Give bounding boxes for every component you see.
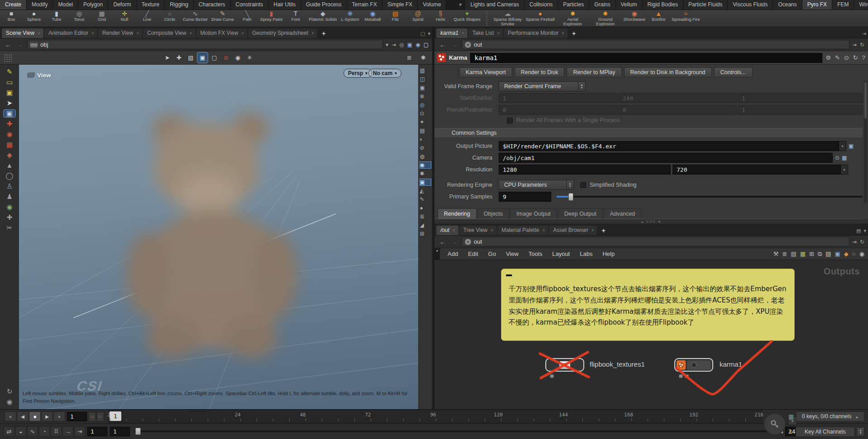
shelf-tool[interactable]: ✛ Null — [113, 10, 136, 27]
node-label[interactable]: karma1 — [720, 360, 742, 368]
menu-tab[interactable]: Terrain FX — [347, 0, 382, 9]
camera-menu-button[interactable]: Persp — [343, 69, 372, 78]
display-icon[interactable]: ▢ — [424, 42, 429, 48]
viewport-tool-icon[interactable]: ▣ — [197, 52, 208, 63]
viewport-side-tool-icon[interactable]: ✚ — [4, 120, 15, 127]
shelf-tool[interactable]: ◎ Torus — [68, 10, 91, 27]
network-toolbar-icon[interactable]: ▦ — [800, 250, 806, 257]
camera-field[interactable]: /obj/cam1 — [499, 153, 833, 163]
close-icon[interactable] — [453, 228, 455, 233]
transport-button[interactable]: « — [5, 411, 16, 421]
range-start-field[interactable]: 1 — [110, 427, 130, 436]
viewport-display-icon[interactable]: ▨ — [420, 67, 431, 74]
horizontal-splitter[interactable]: ▲ ⠿⠿⠿ ▼ — [434, 219, 868, 224]
valid-frame-range-dropdown[interactable]: Render Current Frame — [499, 81, 578, 91]
viewport-side-tool-icon[interactable]: ♟ — [4, 193, 15, 200]
viewport-display-icon[interactable]: ◍ — [420, 153, 431, 160]
shelf-tool[interactable]: ◉ Metaball — [362, 10, 384, 27]
network-menu-item[interactable]: Layout — [547, 249, 575, 259]
header-icon[interactable]: ⊙ — [844, 54, 849, 61]
add-shelf-tab-button[interactable] — [446, 0, 455, 9]
rendering-engine-dropdown[interactable]: CPU Parameters — [499, 180, 567, 190]
menu-tab[interactable]: Deform — [108, 0, 136, 9]
playback-options-icon[interactable]: ⇥ — [74, 426, 85, 436]
menu-tab[interactable]: Modify — [27, 0, 53, 9]
back-icon[interactable] — [438, 238, 447, 245]
close-icon[interactable] — [591, 228, 594, 233]
spinner-icon[interactable] — [567, 180, 574, 190]
geometry-icon[interactable]: ▣ — [407, 42, 412, 48]
shelf-tool[interactable]: ╱ Line — [136, 10, 158, 27]
pane-tab[interactable]: karma1 — [436, 28, 467, 38]
network-toolbar-icon[interactable]: ▣ — [835, 250, 840, 257]
menu-tab[interactable]: Vellum — [616, 0, 643, 9]
network-editor[interactable]: Outputs ▬ 千万别使用flipbook_textures这个节点去输出烟… — [434, 260, 868, 409]
network-toolbar-icon[interactable]: ◉ — [859, 250, 864, 257]
frame-step-button[interactable]: ◁ — [88, 412, 96, 421]
add-pane-tab-button[interactable] — [598, 226, 609, 235]
pane-tab[interactable]: Performance Monitor — [504, 28, 568, 38]
transport-button[interactable]: ■ — [29, 411, 41, 421]
close-icon[interactable] — [38, 31, 40, 36]
network-toolbar-icon[interactable]: ⧉ — [818, 250, 822, 258]
parameter-tab[interactable]: Rendering — [438, 208, 477, 219]
pane-tab[interactable]: /out — [436, 226, 458, 235]
menu-scroll-icon[interactable] — [434, 248, 440, 260]
viewport-side-tool-icon[interactable]: ▣ — [4, 89, 15, 96]
menu-tab[interactable]: Particle Fluids — [683, 0, 728, 9]
viewport-display-icon[interactable]: ✦ — [420, 119, 431, 125]
end-field[interactable]: 240 — [619, 93, 737, 103]
shelf-tool[interactable]: ☁ Sparse Billowy Smoke — [491, 10, 524, 27]
pin-icon[interactable]: ⇥ — [852, 42, 857, 48]
render-button[interactable]: Render to Disk — [515, 67, 565, 77]
file-chooser-icon[interactable]: ▣ — [849, 143, 854, 149]
viewport-tool-icon[interactable]: ▢ — [209, 52, 219, 63]
scrollbar[interactable] — [864, 81, 867, 203]
close-icon[interactable] — [190, 31, 192, 36]
lock-badge-icon[interactable] — [679, 374, 683, 378]
pane-tab[interactable]: Render View — [98, 28, 142, 38]
node-chooser-icon[interactable]: ⊙ — [835, 155, 839, 161]
viewport-side-tool-icon[interactable]: ◉ — [4, 203, 15, 211]
viewport-side-tool-icon[interactable]: ◉ — [4, 398, 15, 406]
range-handle[interactable] — [135, 428, 141, 435]
spinner-icon[interactable] — [857, 427, 864, 436]
forward-icon[interactable] — [450, 238, 459, 245]
viewport-tool-icon[interactable]: ⊘ — [221, 52, 231, 63]
pane-tab[interactable]: Take List — [468, 28, 503, 38]
clear-icon[interactable]: ▦ — [842, 155, 847, 161]
pane-tab[interactable]: Tree View — [459, 226, 496, 235]
viewport-display-icon[interactable]: ⊙ — [420, 110, 431, 117]
menu-tab[interactable]: Polygon — [78, 0, 108, 9]
path-field[interactable]: out — [462, 237, 849, 246]
close-icon[interactable] — [241, 31, 244, 36]
network-menu-item[interactable]: Go — [483, 249, 501, 259]
network-toolbar-icon[interactable]: ⚒ — [773, 250, 779, 257]
sticky-note[interactable]: ▬ 千万别使用flipbook_textures这个节点去输出烟雾序列，这个输出… — [501, 269, 795, 341]
node-flipbook-textures[interactable] — [545, 358, 584, 372]
menu-tab[interactable]: Simple FX — [382, 0, 418, 9]
forward-icon[interactable] — [15, 41, 24, 48]
viewport-side-tool-icon[interactable]: ◯ — [4, 172, 15, 179]
playback-options-icon[interactable]: ∿ — [27, 426, 38, 436]
network-menu-item[interactable]: Labs — [575, 249, 597, 259]
node-name-field[interactable]: karma1 — [470, 53, 822, 63]
viewport-display-icon[interactable]: ⊗ — [420, 93, 431, 99]
playback-options-icon[interactable]: → — [62, 426, 73, 436]
viewport-display-icon[interactable]: ⊘ — [420, 145, 431, 151]
viewport-side-tool-icon[interactable]: ✎ — [4, 68, 15, 76]
close-icon[interactable] — [497, 31, 500, 36]
viewport-display-icon[interactable]: ≣ — [420, 213, 431, 220]
playhead[interactable]: 1 — [110, 411, 121, 421]
dropdown-icon[interactable] — [841, 165, 848, 175]
viewport-display-icon[interactable]: ◉ — [420, 162, 431, 168]
network-toolbar-icon[interactable]: ≣ — [782, 250, 787, 257]
note-collapse-icon[interactable]: ▬ — [506, 272, 512, 277]
viewport-tool-icon[interactable]: ✚ — [174, 52, 184, 63]
keys-status[interactable]: 0 keys, 0/0 channels — [796, 411, 864, 421]
network-toolbar-icon[interactable]: ▤ — [791, 250, 796, 257]
close-icon[interactable] — [462, 31, 464, 36]
path-field[interactable]: obj — [27, 40, 383, 49]
close-icon[interactable] — [91, 31, 94, 36]
global-start-field[interactable]: 1 — [87, 427, 107, 436]
